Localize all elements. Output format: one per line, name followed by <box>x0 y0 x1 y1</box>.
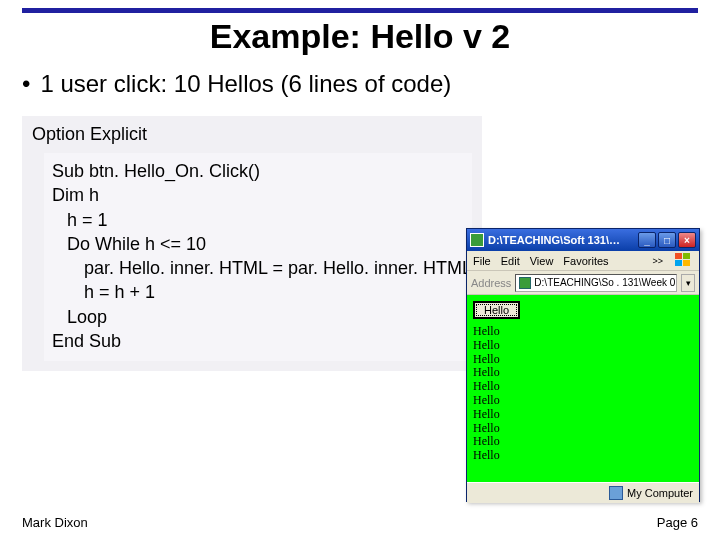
bullet-dot: • <box>22 70 30 98</box>
footer: Mark Dixon Page 6 <box>22 515 698 530</box>
status-text: My Computer <box>627 487 693 499</box>
code-line: par. Hello. inner. HTML = par. Hello. in… <box>52 256 464 280</box>
bullet-text: 1 user click: 10 Hellos (6 lines of code… <box>40 70 451 98</box>
hello-line: Hello <box>473 449 693 463</box>
bullet-item: • 1 user click: 10 Hellos (6 lines of co… <box>22 70 720 98</box>
address-bar: Address D:\TEACHING\So . 131\Week 0 ▾ <box>467 271 699 295</box>
hello-line: Hello <box>473 366 693 380</box>
code-line: Sub btn. Hello_On. Click() <box>52 159 464 183</box>
app-icon <box>470 233 484 247</box>
code-line: Loop <box>52 305 464 329</box>
hello-line: Hello <box>473 435 693 449</box>
code-block-outer: Option Explicit Sub btn. Hello_On. Click… <box>22 116 482 371</box>
hello-line: Hello <box>473 422 693 436</box>
address-dropdown-icon[interactable]: ▾ <box>681 274 695 292</box>
hello-line: Hello <box>473 353 693 367</box>
code-line-option: Option Explicit <box>32 124 472 145</box>
browser-window: D:\TEACHING\Soft 131\… _ □ × File Edit V… <box>466 228 700 502</box>
menu-more[interactable]: >> <box>652 256 663 266</box>
menu-view[interactable]: View <box>530 255 554 267</box>
windows-logo-icon <box>675 253 693 269</box>
titlebar[interactable]: D:\TEACHING\Soft 131\… _ □ × <box>467 229 699 251</box>
title-rule <box>22 8 698 13</box>
code-line: h = 1 <box>52 208 464 232</box>
address-value: D:\TEACHING\So . 131\Week 0 <box>534 277 675 288</box>
slide-title: Example: Hello v 2 <box>0 17 720 56</box>
page-icon <box>519 277 531 289</box>
minimize-button[interactable]: _ <box>638 232 656 248</box>
hello-line: Hello <box>473 380 693 394</box>
hello-line: Hello <box>473 339 693 353</box>
hello-line: Hello <box>473 394 693 408</box>
computer-icon <box>609 486 623 500</box>
menu-favorites[interactable]: Favorites <box>563 255 608 267</box>
hello-button[interactable]: Hello <box>473 301 520 319</box>
address-label: Address <box>471 277 511 289</box>
code-line: Do While h <= 10 <box>52 232 464 256</box>
footer-page: Page 6 <box>657 515 698 530</box>
footer-author: Mark Dixon <box>22 515 88 530</box>
statusbar: My Computer <box>467 482 699 503</box>
code-line: h = h + 1 <box>52 280 464 304</box>
window-title: D:\TEACHING\Soft 131\… <box>488 234 638 246</box>
hello-line: Hello <box>473 325 693 339</box>
close-button[interactable]: × <box>678 232 696 248</box>
hello-output: Hello Hello Hello Hello Hello Hello Hell… <box>473 325 693 463</box>
menu-file[interactable]: File <box>473 255 491 267</box>
page-content: Hello Hello Hello Hello Hello Hello Hell… <box>467 295 699 482</box>
maximize-button[interactable]: □ <box>658 232 676 248</box>
menu-edit[interactable]: Edit <box>501 255 520 267</box>
code-line: End Sub <box>52 329 464 353</box>
code-block-inner: Sub btn. Hello_On. Click() Dim h h = 1 D… <box>44 153 472 361</box>
address-input[interactable]: D:\TEACHING\So . 131\Week 0 <box>515 274 677 292</box>
menubar: File Edit View Favorites >> <box>467 251 699 271</box>
code-line: Dim h <box>52 183 464 207</box>
hello-line: Hello <box>473 408 693 422</box>
